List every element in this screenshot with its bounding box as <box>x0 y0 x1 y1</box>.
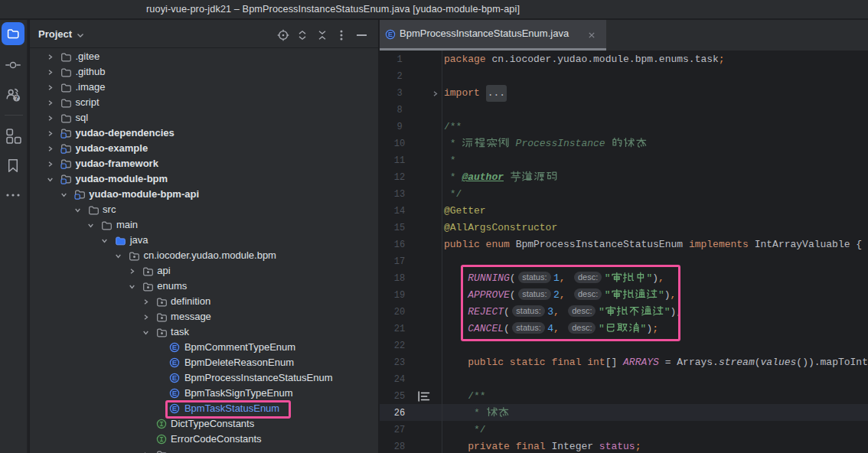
svg-text:?: ? <box>15 94 18 102</box>
